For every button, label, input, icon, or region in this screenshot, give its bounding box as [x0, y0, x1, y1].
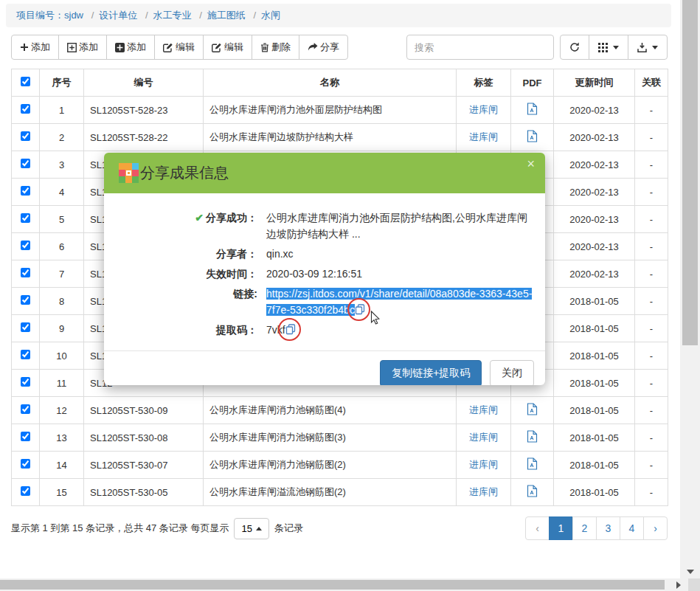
- breadcrumb-item-specialty[interactable]: 水工专业: [153, 10, 192, 21]
- copy-code-button[interactable]: [285, 324, 296, 335]
- vertical-scrollbar-thumb[interactable]: [682, 0, 698, 345]
- row-number-cell: 2: [40, 124, 84, 151]
- edit-tag-button[interactable]: 编辑: [203, 35, 252, 60]
- row-tag-link[interactable]: 进库闸: [469, 131, 498, 142]
- pagination-prev[interactable]: ‹: [525, 516, 550, 540]
- pagination-next[interactable]: ›: [643, 516, 668, 540]
- pdf-icon[interactable]: [527, 403, 538, 415]
- add-button[interactable]: 添加: [11, 35, 59, 60]
- row-rel-cell: -: [635, 260, 668, 288]
- breadcrumb-item-design-unit[interactable]: 设计单位: [99, 10, 137, 21]
- row-tag-link[interactable]: 进库闸: [469, 459, 498, 470]
- table-row[interactable]: 1 SL1205ST-528-23 公明水库进库闸消力池外面层防护结构图 进库闸…: [12, 97, 668, 124]
- summary-suffix: 条记录: [274, 522, 303, 535]
- row-tag-link[interactable]: 进库闸: [469, 432, 498, 443]
- close-icon[interactable]: ×: [527, 157, 535, 170]
- scrollbar-corner: [688, 578, 700, 591]
- table-footer: 显示第 1 到第 15 条记录，总共 47 条记录 每页显示 15 条记录 ‹ …: [11, 516, 668, 540]
- row-code-cell: SL1205ST-528-22: [84, 124, 204, 151]
- row-checkbox[interactable]: [21, 432, 30, 441]
- row-updated-cell: 2018-01-05: [554, 452, 635, 479]
- row-rel-cell: -: [635, 397, 668, 424]
- search-input[interactable]: [406, 35, 554, 60]
- horizontal-scrollbar[interactable]: [0, 578, 688, 591]
- breadcrumb-item-sluice[interactable]: 水闸: [261, 10, 280, 21]
- pdf-icon[interactable]: [527, 485, 538, 497]
- row-checkbox[interactable]: [21, 404, 30, 414]
- modal-footer: 复制链接+提取码 关闭: [104, 350, 545, 385]
- row-code-cell: SL1205ST-528-23: [84, 97, 204, 124]
- pagination-page-2[interactable]: 2: [572, 516, 597, 540]
- select-all-checkbox[interactable]: [21, 77, 30, 86]
- row-checkbox[interactable]: [21, 213, 30, 223]
- row-rel-cell: -: [635, 179, 668, 206]
- breadcrumb-item-drawings[interactable]: 施工图纸: [207, 10, 246, 21]
- modal-close-button[interactable]: 关闭: [490, 360, 534, 385]
- column-header-name: 名称: [204, 69, 457, 97]
- add-batch-button[interactable]: 添加: [106, 35, 155, 60]
- row-tag-link[interactable]: 进库闸: [469, 404, 498, 415]
- row-checkbox[interactable]: [21, 350, 30, 359]
- row-checkbox[interactable]: [21, 486, 30, 496]
- pdf-icon[interactable]: [527, 130, 538, 142]
- expire-time-value: 2020-03-09 12:16:51: [266, 266, 534, 282]
- extract-code-label: 提取码：: [115, 322, 266, 338]
- add-folder-button[interactable]: 添加: [58, 35, 107, 60]
- row-rel-cell: -: [635, 97, 668, 124]
- scroll-down-arrow-icon[interactable]: [687, 570, 694, 574]
- columns-button[interactable]: [589, 35, 628, 60]
- pagination-page-1[interactable]: 1: [549, 516, 573, 540]
- row-checkbox[interactable]: [21, 295, 30, 305]
- pagination-page-4[interactable]: 4: [620, 516, 644, 540]
- breadcrumb-item-project[interactable]: 项目编号：sjdw: [16, 10, 83, 21]
- refresh-button[interactable]: [560, 35, 589, 60]
- export-button[interactable]: [628, 35, 668, 60]
- row-checkbox[interactable]: [21, 186, 30, 196]
- row-checkbox[interactable]: [21, 322, 30, 332]
- copy-link-and-code-button[interactable]: 复制链接+提取码: [380, 360, 482, 385]
- table-row[interactable]: 2 SL1205ST-528-22 公明水库进库闸边坡防护结构大样 进库闸 20…: [12, 124, 668, 151]
- horizontal-scrollbar-thumb[interactable]: [0, 580, 665, 590]
- pdf-icon[interactable]: [527, 430, 538, 443]
- row-rel-cell: -: [635, 452, 668, 479]
- row-tag-link[interactable]: 进库闸: [469, 486, 498, 497]
- row-number-cell: 3: [40, 151, 84, 179]
- row-checkbox[interactable]: [21, 268, 30, 277]
- share-button[interactable]: 分享: [299, 35, 348, 60]
- edit-icon: [163, 43, 173, 52]
- row-tag-link[interactable]: 进库闸: [469, 104, 498, 115]
- table-row[interactable]: 13 SL1205ST-530-08 公明水库进库闸消力池钢筋图(3) 进库闸 …: [12, 424, 668, 452]
- pdf-icon[interactable]: [527, 457, 538, 470]
- share-link[interactable]: https://zsj.itdos.com/v1/share/detail/08…: [266, 288, 532, 316]
- row-name-cell: 公明水库进库闸消力池外面层防护结构图: [204, 97, 457, 124]
- row-checkbox[interactable]: [21, 377, 30, 387]
- table-row[interactable]: 14 SL1205ST-530-07 公明水库进库闸消力池钢筋图(2) 进库闸 …: [12, 452, 668, 479]
- modal-body: ✔分享成功： 公明水库进库闸消力池外面层防护结构图,公明水库进库闸边坡防护结构大…: [104, 193, 545, 350]
- row-number-cell: 13: [40, 424, 84, 452]
- row-checkbox[interactable]: [21, 241, 30, 250]
- row-updated-cell: 2020-02-13: [554, 179, 635, 206]
- vertical-scrollbar[interactable]: [680, 0, 700, 578]
- copy-link-button[interactable]: [355, 304, 365, 315]
- page-size-dropdown[interactable]: 15: [234, 518, 268, 539]
- edit-button[interactable]: 编辑: [154, 35, 204, 60]
- mouse-cursor: [370, 311, 381, 325]
- scroll-right-arrow-icon[interactable]: [676, 581, 681, 589]
- row-code-cell: SL1205ST-530-08: [84, 424, 204, 452]
- column-header-rel: 关联: [635, 69, 668, 97]
- edit-icon: [212, 43, 222, 52]
- row-checkbox[interactable]: [21, 159, 30, 168]
- row-checkbox[interactable]: [21, 131, 30, 141]
- row-checkbox[interactable]: [21, 459, 30, 469]
- row-code-cell: SL1205ST-530-07: [84, 452, 204, 479]
- delete-button[interactable]: 删除: [252, 35, 299, 60]
- pagination-page-3[interactable]: 3: [596, 516, 620, 540]
- row-number-cell: 9: [40, 315, 84, 342]
- table-row[interactable]: 15 SL1205ST-530-05 公明水库进库闸溢流池钢筋图(2) 进库闸 …: [12, 479, 668, 506]
- row-number-cell: 12: [40, 397, 84, 424]
- column-header-tag: 标签: [457, 69, 511, 97]
- pdf-icon[interactable]: [527, 103, 538, 115]
- row-rel-cell: -: [635, 424, 668, 452]
- table-row[interactable]: 12 SL1205ST-530-09 公明水库进库闸消力池钢筋图(4) 进库闸 …: [12, 397, 668, 424]
- row-checkbox[interactable]: [21, 104, 30, 114]
